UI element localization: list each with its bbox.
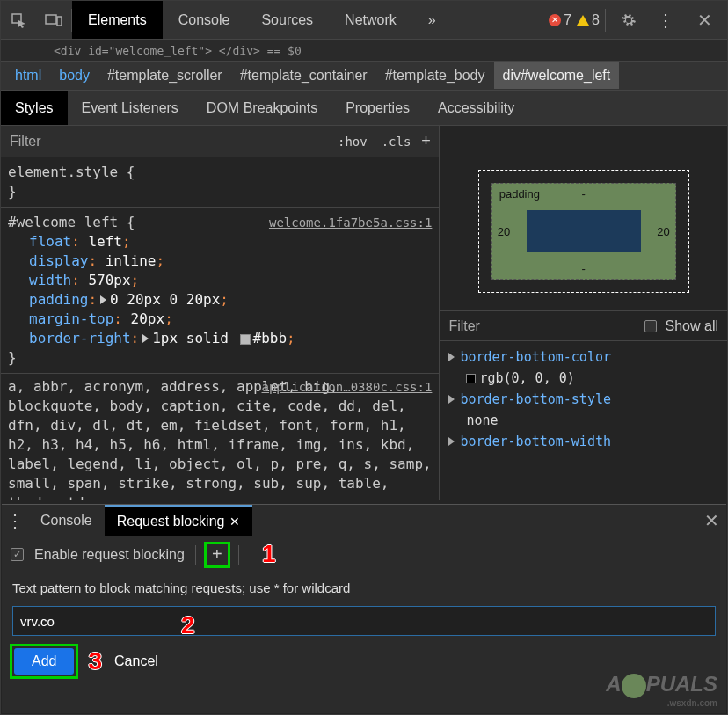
bc-welcome[interactable]: div#welcome_left	[494, 62, 620, 89]
computed-borderwidth[interactable]: border-bottom-width	[448, 431, 718, 452]
box-model: padding - - 20 20	[440, 126, 727, 311]
tab-sources[interactable]: Sources	[245, 1, 329, 39]
styles-filter-input[interactable]: Filter	[1, 134, 331, 150]
computed-filter-input[interactable]: Filter	[448, 318, 635, 334]
breadcrumb: html body #template_scroller #template_c…	[1, 61, 727, 91]
settings-icon[interactable]	[611, 1, 646, 40]
close-icon[interactable]: ✕	[687, 1, 722, 40]
color-swatch-icon[interactable]	[466, 374, 476, 383]
subtab-dom[interactable]: DOM Breakpoints	[193, 91, 331, 125]
prop-padding: padding	[8, 291, 88, 308]
enable-blocking-checkbox[interactable]: ✓	[11, 548, 24, 561]
pattern-hint: Text pattern to block matching requests;…	[2, 573, 726, 602]
bc-body[interactable]: body	[50, 62, 98, 89]
tab-elements[interactable]: Elements	[72, 1, 163, 39]
add-button[interactable]: Add	[14, 648, 74, 675]
prop-display: display	[8, 252, 88, 269]
color-swatch-icon[interactable]	[240, 334, 251, 345]
tab-console[interactable]: Console	[163, 1, 246, 39]
device-toggle-icon[interactable]	[36, 1, 71, 40]
pattern-input[interactable]	[12, 606, 716, 636]
new-style-rule-button[interactable]: +	[418, 132, 439, 150]
enable-blocking-label: Enable request blocking	[34, 547, 185, 563]
computed-bordercolor[interactable]: border-bottom-color	[448, 347, 718, 368]
bc-html[interactable]: html	[6, 62, 50, 89]
tab-more[interactable]: »	[412, 1, 452, 39]
drawer-tab-request-blocking[interactable]: Request blocking✕	[105, 505, 253, 536]
expand-icon[interactable]	[448, 395, 455, 404]
hov-toggle[interactable]: :hov	[331, 135, 375, 149]
prop-margin-top: margin-top	[8, 310, 113, 327]
add-pattern-button[interactable]: +	[207, 544, 228, 565]
bc-tbody[interactable]: #template_body	[376, 62, 494, 89]
prop-float: float	[8, 233, 71, 250]
brace-close: }	[8, 348, 432, 368]
drawer-tab-console[interactable]: Console	[28, 505, 105, 536]
inspect-icon[interactable]	[1, 1, 36, 40]
expand-icon[interactable]	[142, 334, 149, 343]
bc-tcontainer[interactable]: #template_container	[231, 62, 376, 89]
annotation-2: 2	[181, 611, 195, 639]
expand-icon[interactable]	[448, 353, 455, 361]
warn-count[interactable]: 8	[577, 12, 600, 28]
showall-label: Show all	[666, 318, 718, 334]
expand-icon[interactable]	[100, 295, 106, 304]
computed-borderstyle[interactable]: border-bottom-style	[448, 389, 718, 410]
source-link-welcome[interactable]: welcome.1fa7be5a.css:1	[269, 213, 432, 232]
expand-icon[interactable]	[448, 437, 455, 446]
tab-network[interactable]: Network	[329, 1, 412, 39]
kebab-menu-icon[interactable]: ⋮	[652, 10, 681, 31]
prop-width: width	[8, 272, 71, 288]
drawer-menu-icon[interactable]: ⋮	[2, 510, 28, 531]
close-tab-icon[interactable]: ✕	[229, 514, 240, 529]
source-link-app[interactable]: application…0380c.css:1	[262, 377, 433, 397]
showall-checkbox[interactable]	[644, 320, 657, 332]
bc-tscroller[interactable]: #template_scroller	[98, 62, 231, 89]
brace-close: }	[8, 182, 432, 201]
watermark: APUALS .wsxdn.com	[606, 672, 717, 708]
subtab-acc[interactable]: Accessibility	[424, 91, 528, 125]
selector-element-style: element.style {	[8, 163, 432, 182]
subtab-props[interactable]: Properties	[331, 91, 424, 125]
svg-rect-1	[46, 15, 56, 24]
subtab-styles[interactable]: Styles	[1, 91, 68, 125]
rule-welcome-left[interactable]: welcome.1fa7be5a.css:1 #welcome_left { f…	[1, 208, 439, 374]
boxmodel-content	[527, 210, 641, 252]
drawer-close-icon[interactable]: ✕	[704, 510, 719, 531]
prop-border-right: border-right	[8, 330, 131, 347]
annotation-3: 3	[88, 647, 102, 675]
rule-application-css[interactable]: application…0380c.css:1 a, abbr, acronym…	[1, 374, 439, 500]
error-count[interactable]: ✕7	[549, 12, 571, 28]
watermark-logo-icon	[622, 674, 646, 698]
dom-selected-node: <div id="welcome_left"> </div> == $0	[1, 40, 727, 61]
rule-element-style[interactable]: element.style { }	[1, 157, 439, 208]
boxmodel-padding-label: padding	[499, 187, 540, 201]
subtab-event[interactable]: Event Listeners	[68, 91, 193, 125]
cls-toggle[interactable]: .cls	[375, 135, 419, 149]
svg-rect-2	[57, 17, 62, 26]
annotation-1: 1	[262, 540, 276, 568]
cancel-button[interactable]: Cancel	[114, 653, 158, 669]
